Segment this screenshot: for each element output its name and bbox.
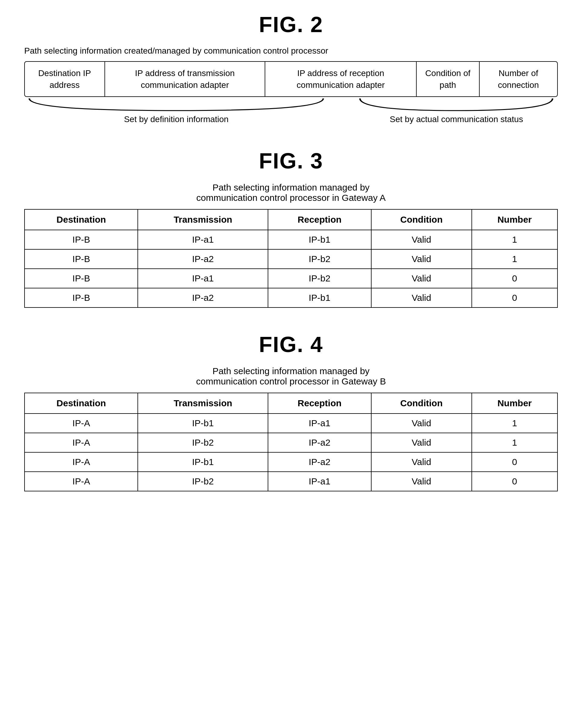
fig2-caption: Path selecting information created/manag… — [24, 46, 558, 56]
fig4-header-reception: Reception — [268, 393, 371, 414]
table-cell: IP-b1 — [268, 288, 371, 308]
fig3-header-row: Destination Transmission Reception Condi… — [25, 209, 557, 230]
table-cell: IP-b1 — [138, 414, 268, 433]
table-cell: 1 — [472, 230, 557, 249]
fig2-section: FIG. 2 Path selecting information create… — [24, 12, 558, 124]
table-row: IP-BIP-a1IP-b1Valid1 — [25, 230, 557, 249]
table-cell: IP-B — [25, 230, 138, 249]
fig4-subtitle: Path selecting information managed by co… — [24, 366, 558, 387]
fig3-subtitle: Path selecting information managed by co… — [24, 182, 558, 203]
table-cell: IP-a2 — [268, 452, 371, 472]
table-row: IP-AIP-b1IP-a2Valid0 — [25, 452, 557, 472]
table-cell: 0 — [472, 452, 557, 472]
table-row: IP-AIP-b2IP-a1Valid0 — [25, 472, 557, 491]
fig2-col1: Destination IP address — [25, 62, 105, 96]
fig4-header-condition: Condition — [371, 393, 472, 414]
table-cell: IP-A — [25, 452, 138, 472]
table-cell: IP-b1 — [138, 452, 268, 472]
fig3-header-reception: Reception — [268, 209, 371, 230]
table-row: IP-BIP-a2IP-b1Valid0 — [25, 288, 557, 308]
table-cell: IP-B — [25, 288, 138, 308]
table-cell: Valid — [371, 452, 472, 472]
table-cell: 1 — [472, 414, 557, 433]
table-cell: 0 — [472, 472, 557, 491]
table-cell: Valid — [371, 433, 472, 452]
table-cell: IP-a2 — [138, 249, 268, 269]
fig3-table: Destination Transmission Reception Condi… — [24, 209, 558, 308]
table-cell: IP-a1 — [138, 230, 268, 249]
fig2-col3: IP address of reception communication ad… — [265, 62, 416, 96]
fig3-header-number: Number — [472, 209, 557, 230]
table-cell: IP-a2 — [138, 288, 268, 308]
fig4-title: FIG. 4 — [24, 332, 558, 357]
fig2-title: FIG. 2 — [24, 12, 558, 37]
table-cell: IP-b1 — [268, 230, 371, 249]
table-cell: Valid — [371, 414, 472, 433]
table-cell: IP-b2 — [268, 249, 371, 269]
fig3-title: FIG. 3 — [24, 149, 558, 173]
table-cell: IP-a1 — [268, 414, 371, 433]
fig4-table: Destination Transmission Reception Condi… — [24, 393, 558, 491]
fig4-header-destination: Destination — [25, 393, 138, 414]
table-cell: IP-b2 — [138, 433, 268, 452]
table-cell: IP-a1 — [138, 269, 268, 288]
table-cell: Valid — [371, 249, 472, 269]
table-row: IP-AIP-b2IP-a2Valid1 — [25, 433, 557, 452]
table-row: IP-BIP-a1IP-b2Valid0 — [25, 269, 557, 288]
table-cell: IP-A — [25, 414, 138, 433]
right-brace-svg — [355, 97, 558, 112]
fig3-header-transmission: Transmission — [138, 209, 268, 230]
fig4-section: FIG. 4 Path selecting information manage… — [24, 332, 558, 491]
table-cell: Valid — [371, 288, 472, 308]
table-row: IP-AIP-b1IP-a1Valid1 — [25, 414, 557, 433]
fig3-header-destination: Destination — [25, 209, 138, 230]
table-cell: Valid — [371, 472, 472, 491]
fig2-col4: Condition of path — [416, 62, 479, 96]
annotation-left: Set by definition information — [124, 114, 229, 124]
table-cell: IP-A — [25, 472, 138, 491]
fig4-header-row: Destination Transmission Reception Condi… — [25, 393, 557, 414]
table-cell: 1 — [472, 433, 557, 452]
fig2-col2: IP address of transmission communication… — [105, 62, 265, 96]
table-cell: IP-A — [25, 433, 138, 452]
table-cell: 0 — [472, 269, 557, 288]
fig2-table: Destination IP address IP address of tra… — [25, 62, 557, 96]
table-cell: IP-a2 — [268, 433, 371, 452]
fig3-header-condition: Condition — [371, 209, 472, 230]
table-cell: IP-a1 — [268, 472, 371, 491]
left-brace-svg — [24, 97, 328, 112]
table-cell: Valid — [371, 230, 472, 249]
table-cell: IP-b2 — [138, 472, 268, 491]
fig3-section: FIG. 3 Path selecting information manage… — [24, 149, 558, 308]
table-row: IP-BIP-a2IP-b2Valid1 — [25, 249, 557, 269]
table-cell: IP-B — [25, 269, 138, 288]
table-cell: Valid — [371, 269, 472, 288]
fig4-header-transmission: Transmission — [138, 393, 268, 414]
fig2-col5: Number of connection — [479, 62, 557, 96]
table-cell: IP-B — [25, 249, 138, 269]
table-cell: IP-b2 — [268, 269, 371, 288]
fig4-header-number: Number — [472, 393, 557, 414]
table-cell: 1 — [472, 249, 557, 269]
table-cell: 0 — [472, 288, 557, 308]
fig2-table-wrapper: Destination IP address IP address of tra… — [24, 61, 558, 97]
annotation-right: Set by actual communication status — [390, 114, 523, 124]
